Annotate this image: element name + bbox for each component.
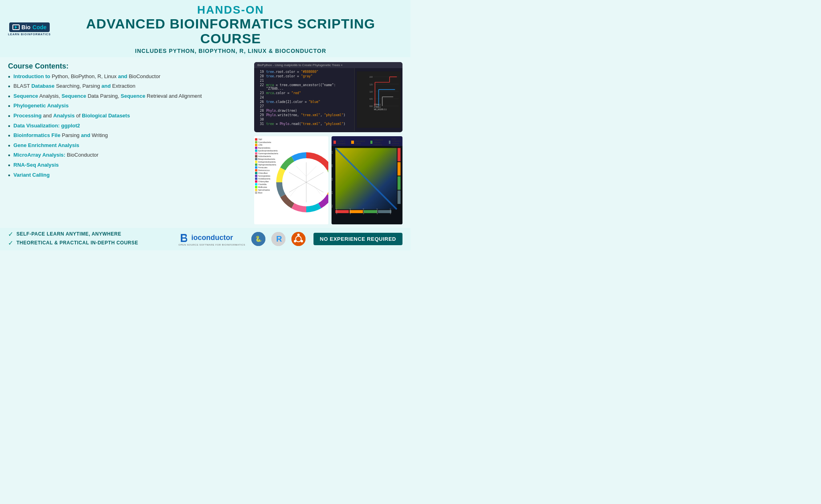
logo-area: BioCode LEARN BIOINFORMATICS [8,22,51,36]
list-item: • Sequence Analysis, Sequence Data Parsi… [8,93,248,101]
phylo-legend: TMF Cyanobacteria CPR Bacteroidetes Epsi… [255,138,278,194]
python-logo: 🐍 [251,232,265,246]
heatmap-legend-text: ulcerative colitis [355,140,367,145]
ubuntu-icon [291,232,305,246]
bioconductor-logo: ioconductor OPEN SOURCE SOFTWARE FOR BIO… [178,232,245,246]
bullet-icon: • [8,151,10,160]
course-contents-title: Course Contents: [8,62,248,71]
check-text-1: SELF-PACE LEARN ANYTIME, ANYWHERE [16,231,121,237]
left-column: Course Contents: • Introduction to Pytho… [8,62,248,224]
item-text: BLAST Database Searching, Parsing and Ex… [14,83,135,90]
svg-text:0.8: 0.8 [332,164,333,167]
title-area: HANDS-ON ADVANCED BIOINFORMATICS SCRIPTI… [59,4,402,54]
svg-text:sample3: sample3 [363,208,364,214]
phylo-circular-chart: TMF Cyanobacteria CPR Bacteroidetes Epsi… [254,136,328,224]
list-item: • RNA-Seq Analysis [8,161,248,170]
checkmark-icon-2: ✓ [8,239,13,247]
r-icon: R [271,232,285,246]
svg-text:sample2: sample2 [350,208,351,214]
tree-output-svg: 2.0 1.5 1.0 0.5 0.0 [357,70,400,129]
svg-text:0.2: 0.2 [332,204,333,207]
svg-text:Z7846.1: Z7846.1 [374,106,381,108]
bioconductor-name: ioconductor [191,234,233,242]
list-item: • Variant Calling [8,171,248,180]
bullet-icon: • [8,102,10,111]
bullet-icon: • [8,171,10,180]
item-text: RNA-Seq Analysis [14,161,59,169]
charts-row: TMF Cyanobacteria CPR Bacteroidetes Epsi… [254,136,402,224]
item-text: Introduction to Python, BioPython, R, Li… [14,73,160,80]
list-item: • Phylogenetic Analysis [8,102,248,111]
logo-code: Code [32,24,47,30]
r-logo: R [271,232,285,246]
svg-text:1.0: 1.0 [370,90,373,93]
code-output-panel: 2.0 1.5 1.0 0.5 0.0 [354,68,402,131]
list-item: • Processing and Analysis of Biological … [8,112,248,121]
course-list: • Introduction to Python, BioPython, R, … [8,73,248,180]
item-text: Bioinformatics File Parsing and Writing [14,132,108,139]
check-text-2: THEORETICAL & PRACTICAL IN-DEPTH COURSE [16,240,138,246]
list-item: • MicroArray Analysis: BioConductor [8,151,248,160]
heatmap-svg: 1.0 0.8 0.6 0.4 0.2 sample1 sample2 samp… [332,142,402,224]
ubuntu-logo [291,232,305,246]
python-icon: 🐍 [251,232,265,246]
list-item: • BLAST Database Searching, Parsing and … [8,83,248,91]
list-item: • Introduction to Python, BioPython, R, … [8,73,248,81]
item-text: Sequence Analysis, Sequence Data Parsing… [14,93,202,100]
page-wrapper: BioCode LEARN BIOINFORMATICS HANDS-ON AD… [0,0,410,252]
bullet-icon: • [8,112,10,121]
check-item-1: ✓ SELF-PACE LEARN ANYTIME, ANYWHERE [8,230,170,238]
checkmark-icon-1: ✓ [8,230,13,238]
bullet-icon: • [8,141,10,150]
heatmap-chart: Crohn's disease ulcerative colitis Infla… [332,136,402,224]
svg-text:sample1: sample1 [336,208,338,214]
svg-rect-38 [398,162,401,175]
svg-text:0.5: 0.5 [370,98,373,100]
bullet-icon: • [8,161,10,170]
svg-point-62 [297,234,299,236]
code-screenshot: BioPython - Using matplotlib to Create P… [254,62,402,132]
bullet-icon: • [8,73,10,81]
bullet-icon: • [8,82,10,91]
logo-bio: Bio [22,24,31,30]
title-sub: INCLUDES PYTHON, BIOPYTHON, R, LINUX & B… [59,48,402,54]
logos-area: ioconductor OPEN SOURCE SOFTWARE FOR BIO… [178,232,305,246]
bullet-icon: • [8,122,10,131]
logo-box: BioCode [9,22,50,32]
svg-text:🐍: 🐍 [255,236,262,242]
check-item-2: ✓ THEORETICAL & PRACTICAL IN-DEPTH COURS… [8,239,170,247]
title-main: ADVANCED BIOINFORMATICS SCRIPTING COURSE [59,16,402,46]
svg-text:sample4: sample4 [376,208,378,214]
checkmark-items: ✓ SELF-PACE LEARN ANYTIME, ANYWHERE ✓ TH… [8,230,170,248]
header: BioCode LEARN BIOINFORMATICS HANDS-ON AD… [0,0,410,57]
title-hands-on: HANDS-ON [59,4,402,16]
svg-rect-44 [378,210,391,213]
heatmap-legend-text: non-inflamed colonic mucosa [392,137,402,147]
svg-text:NR_003285.3.1: NR_003285.3.1 [374,109,387,111]
svg-text:1.0: 1.0 [332,151,333,153]
svg-rect-40 [398,190,401,204]
svg-text:2.0: 2.0 [370,76,373,78]
item-text: MicroArray Analysis: BioConductor [14,151,99,159]
main-content: Course Contents: • Introduction to Pytho… [0,57,410,226]
item-text: Data Visualization: ggplot2 [14,122,80,129]
svg-text:0.6: 0.6 [332,177,333,180]
svg-rect-39 [398,176,401,190]
bioconductor-sub: OPEN SOURCE SOFTWARE FOR BIOINFORMATICS [178,244,245,246]
svg-rect-43 [364,210,377,213]
svg-rect-42 [350,210,363,213]
code-body: 19tree.root.color = "#808080" 20tree.roo… [254,68,402,131]
item-text: Gene Enrichment Analysis [14,142,79,149]
svg-text:R: R [276,234,282,243]
bottom-bar: ✓ SELF-PACE LEARN ANYTIME, ANYWHERE ✓ TH… [0,228,410,250]
bullet-icon: • [8,131,10,140]
heatmap-legend-text: Crohn's disease [337,140,347,145]
code-titlebar-text: BioPython - Using matplotlib to Create P… [257,63,343,67]
svg-point-64 [301,240,303,242]
heatmap-legend: Crohn's disease ulcerative colitis Infla… [334,137,402,147]
logo-monitor-icon [12,24,20,30]
item-text: Variant Calling [14,171,50,179]
svg-text:0.0: 0.0 [370,105,373,107]
item-text: Processing and Analysis of Biological Da… [14,112,130,119]
list-item: • Bioinformatics File Parsing and Writin… [8,132,248,140]
